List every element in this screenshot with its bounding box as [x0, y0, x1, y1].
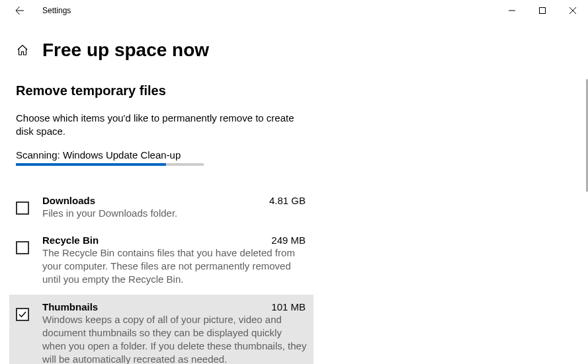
main-content: Remove temporary files Choose which item… — [0, 61, 304, 364]
minimize-button[interactable] — [497, 0, 527, 21]
item-checkbox[interactable] — [16, 201, 29, 215]
minimize-icon — [509, 7, 515, 14]
item-body: Thumbnails101 MBWindows keeps a copy of … — [42, 301, 307, 365]
page-title: Free up space now — [42, 40, 209, 61]
item-header: Recycle Bin249 MB — [42, 235, 307, 246]
item-body: Downloads4.81 GBFiles in your Downloads … — [42, 195, 307, 220]
item-title: Thumbnails — [42, 301, 98, 312]
svg-rect-0 — [540, 8, 546, 14]
scanning-status: Scanning: Windows Update Clean-up — [16, 149, 304, 161]
item-checkbox[interactable] — [16, 241, 29, 254]
home-icon — [17, 44, 28, 56]
item-header: Downloads4.81 GB — [42, 195, 307, 206]
close-button[interactable] — [558, 0, 588, 21]
page-header: Free up space now — [0, 21, 588, 61]
home-button[interactable] — [16, 44, 29, 57]
item-title: Downloads — [42, 195, 95, 206]
window-title: Settings — [42, 6, 71, 15]
maximize-icon — [539, 7, 546, 14]
item-size: 101 MB — [271, 301, 307, 312]
item-checkbox[interactable] — [16, 308, 29, 321]
item-description: Files in your Downloads folder. — [42, 207, 307, 220]
item-description: The Recycle Bin contains files that you … — [42, 246, 307, 287]
back-button[interactable] — [12, 3, 28, 18]
window-controls — [497, 0, 588, 21]
maximize-button[interactable] — [527, 0, 558, 21]
check-icon — [18, 310, 27, 319]
section-title: Remove temporary files — [16, 83, 304, 98]
progress-fill — [16, 163, 166, 166]
progress-bar — [16, 163, 204, 166]
list-item[interactable]: Thumbnails101 MBWindows keeps a copy of … — [9, 295, 314, 365]
list-item[interactable]: Downloads4.81 GBFiles in your Downloads … — [9, 188, 314, 228]
titlebar: Settings — [0, 0, 588, 21]
arrow-left-icon — [15, 5, 25, 16]
item-size: 249 MB — [271, 235, 307, 246]
item-description: Windows keeps a copy of all of your pict… — [42, 313, 307, 365]
close-icon — [569, 7, 576, 14]
items-list: Downloads4.81 GBFiles in your Downloads … — [9, 188, 314, 365]
list-item[interactable]: Recycle Bin249 MBThe Recycle Bin contain… — [9, 228, 314, 295]
item-size: 4.81 GB — [269, 195, 307, 206]
item-header: Thumbnails101 MB — [42, 301, 307, 312]
item-body: Recycle Bin249 MBThe Recycle Bin contain… — [42, 235, 307, 287]
section-description: Choose which items you'd like to permane… — [16, 112, 304, 139]
item-title: Recycle Bin — [42, 235, 99, 246]
